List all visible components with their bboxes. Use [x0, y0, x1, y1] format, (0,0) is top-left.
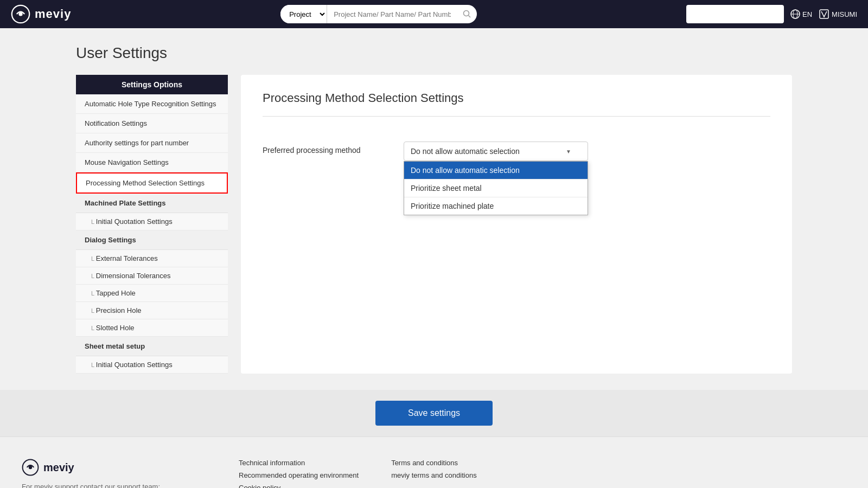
footer-logo-section: meviy For meviy support contact our supp… — [22, 459, 206, 488]
sidebar-header: Settings Options — [76, 75, 228, 94]
dropdown-menu: Do not allow automatic selection Priorit… — [404, 161, 588, 215]
misumi-label: MISUMI — [832, 10, 857, 18]
search-button[interactable] — [457, 5, 477, 23]
layout: Settings Options Automatic Hole Type Rec… — [76, 75, 792, 374]
footer-logo: meviy — [22, 459, 206, 476]
sidebar-item-slotted-hole[interactable]: Slotted Hole — [76, 319, 228, 337]
svg-point-1 — [18, 12, 22, 16]
sidebar-item-tapped-hole[interactable]: Tapped Hole — [76, 285, 228, 302]
form-control-area: Do not allow automatic selection ▼ Do no… — [404, 142, 770, 161]
footer-logo-icon — [22, 459, 39, 476]
dropdown-option-machined-plate[interactable]: Prioritize machined plate — [404, 197, 588, 215]
sidebar-item-mouse-nav[interactable]: Mouse Navigation Settings — [76, 153, 228, 172]
footer-links-section: Technical information Recommended operat… — [239, 459, 846, 488]
footer-terms-title: Terms and conditions — [391, 459, 477, 467]
form-label-processing-method: Preferred processing method — [263, 142, 382, 155]
sidebar-item-machined-initial-quotation[interactable]: Initial Quotation Settings — [76, 213, 228, 230]
svg-point-2 — [464, 11, 469, 16]
sidebar-item-precision-hole[interactable]: Precision Hole — [76, 302, 228, 319]
sidebar-item-processing-method[interactable]: Processing Method Selection Settings — [76, 172, 228, 194]
dropdown-option-sheet-metal[interactable]: Prioritize sheet metal — [404, 179, 588, 197]
search-input[interactable] — [327, 5, 457, 23]
header-search-area: Project — [80, 5, 678, 23]
search-type-select[interactable]: Project — [280, 5, 327, 23]
footer-link-cookie[interactable]: Cookie policy — [239, 484, 359, 488]
header: meviy Project — [0, 0, 868, 28]
search-bar: Project — [280, 5, 477, 23]
save-area: Save settings — [0, 390, 868, 436]
svg-line-3 — [469, 16, 471, 18]
sidebar-machined-plate-header: Machined Plate Settings — [76, 194, 228, 213]
sidebar-item-sheet-metal-initial-quotation[interactable]: Initial Quotation Settings — [76, 356, 228, 374]
dropdown-selected-text: Do not allow automatic selection — [411, 147, 520, 156]
logo-icon — [11, 4, 30, 24]
header-right: EN MISUMI — [686, 5, 857, 23]
processing-method-dropdown[interactable]: Do not allow automatic selection ▼ — [404, 142, 588, 161]
sidebar-item-auto-hole[interactable]: Automatic Hole Type Recognition Settings — [76, 94, 228, 114]
header-extra-input[interactable] — [686, 5, 784, 23]
footer-link-recommended-env[interactable]: Recommended operating environment — [239, 471, 359, 479]
logo-area: meviy — [11, 4, 71, 24]
page-title: User Settings — [76, 44, 792, 62]
footer-logo-text: meviy — [43, 461, 74, 474]
footer-link-terms[interactable]: meviy terms and conditions — [391, 471, 477, 479]
search-icon — [463, 10, 471, 18]
footer-col-terms: Terms and conditions meviy terms and con… — [391, 459, 477, 488]
lang-label: EN — [802, 10, 812, 18]
save-button[interactable]: Save settings — [375, 401, 493, 426]
dropdown-arrow-icon: ▼ — [566, 149, 571, 155]
panel-divider — [263, 116, 770, 117]
sidebar-item-external-tolerances[interactable]: External Tolerances — [76, 250, 228, 267]
svg-point-9 — [29, 466, 32, 469]
page-content: User Settings Settings Options Automatic… — [54, 28, 814, 390]
sidebar-item-notification[interactable]: Notification Settings — [76, 114, 228, 133]
dropdown-option-no-auto[interactable]: Do not allow automatic selection — [404, 162, 588, 179]
panel-title: Processing Method Selection Settings — [263, 91, 770, 105]
main-panel: Processing Method Selection Settings Pre… — [241, 75, 792, 374]
header-logo-text: meviy — [35, 7, 71, 21]
globe-icon — [790, 9, 800, 19]
sidebar: Settings Options Automatic Hole Type Rec… — [76, 75, 228, 374]
sidebar-sheet-metal-header: Sheet metal setup — [76, 337, 228, 356]
misumi-logo: MISUMI — [819, 9, 857, 20]
footer-support-text: For meviy support contact our support te… — [22, 483, 206, 488]
sidebar-item-dimensional-tolerances[interactable]: Dimensional Tolerances — [76, 267, 228, 285]
footer-technical-title: Technical information — [239, 459, 359, 467]
sidebar-item-authority[interactable]: Authority settings for part number — [76, 133, 228, 153]
misumi-icon — [819, 9, 829, 20]
footer: meviy For meviy support contact our supp… — [0, 436, 868, 488]
sidebar-dialog-header: Dialog Settings — [76, 230, 228, 250]
language-button[interactable]: EN — [790, 9, 812, 19]
footer-col-technical: Technical information Recommended operat… — [239, 459, 359, 488]
form-row-processing-method: Preferred processing method Do not allow… — [263, 133, 770, 170]
